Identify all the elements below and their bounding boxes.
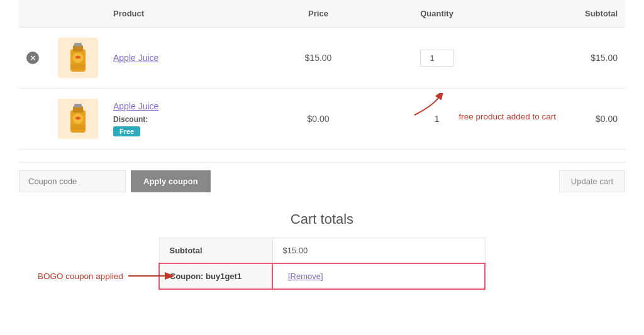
remove-item-button[interactable]: ✕ — [26, 52, 39, 64]
price-cell-2: $0.00 — [264, 89, 373, 150]
svg-rect-2 — [74, 43, 82, 47]
product-link-2[interactable]: Apple Juice — [113, 101, 158, 111]
free-badge: Free — [113, 126, 140, 136]
subtotal-amount: $15.00 — [272, 238, 485, 264]
quantity-cell-1 — [373, 28, 501, 89]
col-product: Product — [106, 0, 264, 28]
apply-coupon-button[interactable]: Apply coupon — [131, 170, 211, 192]
table-header-row: Product Price Quantity Subtotal — [19, 0, 625, 28]
cart-totals-inner: Cart totals Subtotal $15.00 Coupon: buy1… — [158, 211, 486, 290]
juice-bottle-icon-2 — [64, 101, 92, 136]
cart-table-section: Product Price Quantity Subtotal — [19, 0, 625, 150]
subtotal-value-2: $0.00 — [596, 114, 618, 124]
product-header: Product — [113, 9, 144, 18]
subtotal-label: Subtotal — [159, 238, 272, 264]
update-cart-button[interactable]: Update cart — [559, 170, 625, 192]
col-image — [50, 0, 106, 28]
quantity-header: Quantity — [420, 9, 453, 18]
free-product-arrow — [408, 93, 446, 118]
discount-label: Discount: — [113, 115, 256, 124]
product-name-cell: Apple Juice — [106, 28, 264, 89]
subtotal-header: Subtotal — [585, 9, 618, 18]
subtotal-row: Subtotal $15.00 — [159, 238, 485, 264]
remove-cell-2 — [19, 89, 50, 150]
free-product-annotation: free product added to cart — [458, 112, 556, 121]
bogo-annotation-text: BOGO coupon applied — [38, 272, 123, 281]
subtotal-value-1: $15.00 — [591, 53, 618, 63]
quantity-input-1[interactable] — [420, 50, 454, 67]
col-quantity: Quantity — [373, 0, 501, 28]
price-cell-1: $15.00 — [264, 28, 373, 89]
coupon-left: Apply coupon — [19, 170, 211, 192]
bogo-arrow — [126, 270, 176, 282]
product-thumbnail-2 — [58, 99, 98, 139]
product-name-cell-2: Apple Juice Discount: Free — [106, 89, 264, 150]
coupon-totals-row: Coupon: buy1get1 [Remove] — [159, 263, 485, 289]
remove-cell: ✕ — [19, 28, 50, 89]
price-value-1: $15.00 — [305, 53, 332, 63]
col-subtotal: Subtotal — [501, 0, 625, 28]
table-row: ✕ — [19, 28, 625, 89]
product-thumbnail — [58, 38, 98, 78]
bogo-annotation: BOGO coupon applied — [38, 270, 176, 282]
cart-totals-section: BOGO coupon applied Cart totals Subtotal… — [19, 205, 625, 309]
image-cell — [50, 28, 106, 89]
coupon-remove-link[interactable]: [Remove] — [288, 272, 323, 281]
cart-table: Product Price Quantity Subtotal — [19, 0, 625, 150]
col-remove — [19, 0, 50, 28]
cart-totals-title: Cart totals — [158, 211, 486, 228]
svg-rect-7 — [74, 104, 82, 107]
price-value-2: $0.00 — [307, 114, 329, 124]
coupon-bar: Apply coupon Update cart — [19, 162, 625, 205]
coupon-totals-label: Coupon: buy1get1 — [159, 263, 272, 289]
coupon-input[interactable] — [19, 170, 126, 192]
image-cell-2 — [50, 89, 106, 150]
col-price: Price — [264, 0, 373, 28]
totals-table: Subtotal $15.00 Coupon: buy1get1 [Remove… — [158, 238, 486, 290]
product-link-1[interactable]: Apple Juice — [113, 53, 158, 63]
price-header: Price — [308, 9, 328, 18]
juice-bottle-icon — [64, 40, 92, 75]
main-content: Product Price Quantity Subtotal — [0, 0, 644, 309]
svg-rect-9 — [70, 125, 86, 130]
coupon-totals-remove: [Remove] — [272, 263, 485, 289]
svg-rect-4 — [70, 64, 86, 69]
subtotal-cell-1: $15.00 — [501, 28, 625, 89]
free-product-text: free product added to cart — [458, 112, 556, 121]
